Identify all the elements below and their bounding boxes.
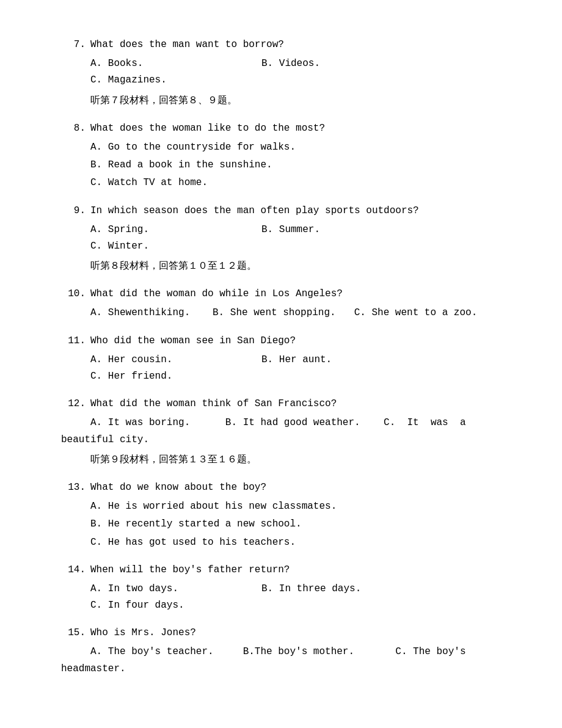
q7-options: A. Books. B. Videos. C. Magazines. bbox=[90, 56, 513, 89]
q13-text: What do we know about the boy? bbox=[90, 479, 513, 496]
q14-text: When will the boy's father return? bbox=[90, 562, 513, 578]
q13-option-a: A. He is worried about his new classmate… bbox=[90, 498, 513, 515]
q11-number: 11. bbox=[61, 333, 86, 349]
q7-option-b: B. Videos. bbox=[261, 56, 384, 72]
q14-option-b: B. In three days. bbox=[261, 581, 384, 597]
q9-option-b: B. Summer. bbox=[261, 222, 384, 238]
q14-options: A. In two days. B. In three days. C. In … bbox=[90, 581, 513, 614]
q7-option-a: A. Books. bbox=[90, 56, 225, 72]
q14-option-c: C. In four days. bbox=[90, 597, 188, 614]
q8-number: 8. bbox=[61, 120, 86, 137]
q9-option-c: C. Winter. bbox=[90, 238, 188, 255]
question-9: 9. In which season does the man often pl… bbox=[61, 203, 513, 275]
section-label-8-9: 听第７段材料，回答第８、９题。 bbox=[90, 93, 513, 109]
q14-option-a: A. In two days. bbox=[90, 581, 225, 597]
question-15: 15. Who is Mrs. Jones? A. The boy's teac… bbox=[61, 625, 513, 677]
q7-text: What does the man want to borrow? bbox=[90, 37, 513, 53]
question-13: 13. What do we know about the boy? A. He… bbox=[61, 479, 513, 551]
q10-options: A. Shewenthiking. B. She went shopping. … bbox=[90, 305, 513, 321]
q8-text: What does the woman like to do the most? bbox=[90, 120, 513, 137]
section-label-13-16: 听第９段材料，回答第１３至１６题。 bbox=[90, 452, 513, 468]
q12-options-line1: A. It was boring. B. It had good weather… bbox=[90, 415, 513, 431]
q15-options-line1: A. The boy's teacher. B.The boy's mother… bbox=[90, 644, 513, 660]
q12-options-line2: beautiful city. bbox=[61, 432, 513, 448]
question-7: 7. What does the man want to borrow? A. … bbox=[61, 37, 513, 109]
q11-text: Who did the woman see in San Diego? bbox=[90, 333, 513, 349]
q11-option-c: C. Her friend. bbox=[90, 368, 188, 385]
question-8: 8. What does the woman like to do the mo… bbox=[61, 120, 513, 192]
q12-number: 12. bbox=[61, 396, 86, 412]
question-14: 14. When will the boy's father return? A… bbox=[61, 562, 513, 614]
q11-options: A. Her cousin. B. Her aunt. C. Her frien… bbox=[90, 352, 513, 385]
q8-option-a: A. Go to the countryside for walks. bbox=[90, 139, 513, 156]
question-11: 11. Who did the woman see in San Diego? … bbox=[61, 333, 513, 385]
q8-option-b: B. Read a book in the sunshine. bbox=[90, 157, 513, 173]
q13-option-c: C. He has got used to his teachers. bbox=[90, 534, 513, 551]
q8-option-c: C. Watch TV at home. bbox=[90, 175, 513, 191]
q9-text: In which season does the man often play … bbox=[90, 203, 513, 219]
q15-number: 15. bbox=[61, 625, 86, 641]
q13-option-b: B. He recently started a new school. bbox=[90, 516, 513, 533]
q15-text: Who is Mrs. Jones? bbox=[90, 625, 513, 641]
q10-number: 10. bbox=[61, 286, 86, 302]
q11-option-a: A. Her cousin. bbox=[90, 352, 225, 368]
q7-number: 7. bbox=[61, 37, 86, 53]
q14-number: 14. bbox=[61, 562, 86, 578]
exam-content: 7. What does the man want to borrow? A. … bbox=[61, 37, 513, 677]
q11-option-b: B. Her aunt. bbox=[261, 352, 384, 368]
q15-options-line2: headmaster. bbox=[61, 661, 513, 677]
q10-option-c: C. She went to a zoo. bbox=[354, 305, 478, 321]
q10-option-a: A. Shewenthiking. bbox=[90, 305, 194, 321]
q10-option-b: B. She went shopping. bbox=[213, 305, 336, 321]
q9-options: A. Spring. B. Summer. C. Winter. bbox=[90, 222, 513, 255]
section-label-10-12: 听第８段材料，回答第１０至１２题。 bbox=[90, 258, 513, 275]
q13-number: 13. bbox=[61, 479, 86, 496]
question-12: 12. What did the woman think of San Fran… bbox=[61, 396, 513, 468]
question-10: 10. What did the woman do while in Los A… bbox=[61, 286, 513, 321]
q9-number: 9. bbox=[61, 203, 86, 219]
q12-text: What did the woman think of San Francisc… bbox=[90, 396, 513, 412]
q9-option-a: A. Spring. bbox=[90, 222, 225, 238]
q7-option-c: C. Magazines. bbox=[90, 72, 188, 89]
q10-text: What did the woman do while in Los Angel… bbox=[90, 286, 513, 302]
